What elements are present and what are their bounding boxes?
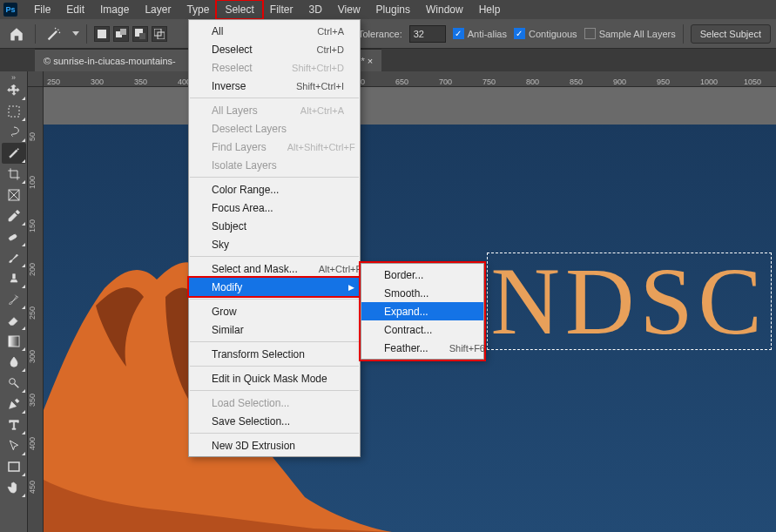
menu-item-shortcut: Alt+Ctrl+A [300,105,344,116]
hand-tool-icon[interactable] [2,477,26,498]
tool-preset-chevron-icon[interactable] [72,31,79,37]
marquee-tool-icon[interactable] [2,101,26,122]
path-select-tool-icon[interactable] [2,435,26,456]
pen-tool-icon[interactable] [2,394,26,414]
selection-mode-group [94,26,167,42]
select-menu-item-subject[interactable]: Subject [189,217,360,235]
menu-item-label: Contract... [384,324,432,336]
eyedropper-tool-icon[interactable] [2,205,26,226]
ruler-horizontal[interactable]: 2503003504004505005506006507007508008509… [44,71,776,87]
submenu-arrow-icon: ▶ [348,283,354,292]
menu-help[interactable]: Help [471,1,509,18]
eraser-tool-icon[interactable] [2,310,26,331]
select-menu-item-modify[interactable]: Modify▶ [189,278,360,296]
menu-item-label: Find Layers [212,141,267,153]
select-menu-item-focus-area[interactable]: Focus Area... [189,199,360,217]
menu-item-label: Smooth... [384,287,428,300]
select-subject-button[interactable]: Select Subject [691,24,771,44]
svg-point-1 [59,31,61,33]
menu-view[interactable]: View [330,1,368,18]
menu-plugins[interactable]: Plugins [368,1,418,18]
menu-type[interactable]: Type [179,1,217,18]
select-menu-item-reselect: ReselectShift+Ctrl+D [189,58,360,77]
menu-layer[interactable]: Layer [137,1,179,18]
select-menu-item-inverse[interactable]: InverseShift+Ctrl+I [189,77,360,95]
select-menu-item-isolate-layers: Isolate Layers [189,156,360,174]
menu-item-label: Load Selection... [212,397,289,409]
menu-3d[interactable]: 3D [300,1,329,18]
dodge-tool-icon[interactable] [2,373,26,394]
select-menu-item-sky[interactable]: Sky [189,235,360,253]
select-menu-item-transform-selection[interactable]: Transform Selection [189,345,360,363]
menu-item-label: Sky [212,239,229,251]
select-menu-item-edit-in-quick-mask-mode[interactable]: Edit in Quick Mask Mode [189,369,360,387]
menu-item-label: Subject [212,220,246,232]
antialias-label: Anti-alias [468,29,507,39]
lasso-tool-icon[interactable] [2,122,26,143]
modify-menu-item-smooth[interactable]: Smooth... [361,284,483,302]
svg-rect-19 [9,462,19,471]
wand-icon[interactable] [43,23,65,45]
clone-stamp-tool-icon[interactable] [2,268,26,289]
selection-new-icon[interactable] [94,26,110,42]
tool-palette: » [0,71,28,532]
brush-tool-icon[interactable] [2,247,26,268]
select-menu-item-new-3d-extrusion[interactable]: New 3D Extrusion [189,436,360,455]
menu-item-label: Similar [212,324,244,336]
menu-item-shortcut: Ctrl+D [317,44,344,55]
menu-item-label: All Layers [212,104,258,117]
svg-point-17 [9,379,15,385]
home-icon[interactable] [5,23,28,45]
menu-item-label: Transform Selection [212,348,305,360]
select-menu-item-grow[interactable]: Grow [189,302,360,320]
tolerance-input[interactable] [409,25,446,43]
menu-item-label: Deselect Layers [212,123,287,135]
blur-tool-icon[interactable] [2,352,26,373]
magic-wand-tool-icon[interactable] [2,143,26,164]
healing-brush-tool-icon[interactable] [2,226,26,247]
modify-menu-item-contract[interactable]: Contract... [361,320,483,339]
ruler-corner [28,71,44,87]
select-menu-dropdown: AllCtrl+ADeselectCtrl+DReselectShift+Ctr… [188,19,361,457]
history-brush-tool-icon[interactable] [2,289,26,310]
selection-intersect-icon[interactable] [152,26,167,42]
sample-all-label: Sample All Layers [599,29,676,39]
modify-menu-item-expand[interactable]: Expand... [361,302,483,320]
select-menu-item-save-selection[interactable]: Save Selection... [189,412,360,430]
menu-edit[interactable]: Edit [58,1,92,18]
move-tool-icon[interactable] [2,80,26,101]
select-menu-item-all[interactable]: AllCtrl+A [189,22,360,40]
select-menu-item-similar[interactable]: Similar [189,320,360,339]
menu-item-shortcut: Alt+Ctrl+R [319,264,363,274]
text-tool-icon[interactable] [2,414,26,435]
menu-item-label: Deselect [212,44,253,56]
menu-file[interactable]: File [26,1,58,18]
select-menu-item-deselect-layers: Deselect Layers [189,119,360,138]
menu-filter[interactable]: Filter [262,1,301,18]
rectangle-tool-icon[interactable] [2,456,26,477]
menu-item-label: Expand... [384,306,428,318]
modify-menu-item-border[interactable]: Border... [361,266,483,284]
sample-all-checkbox[interactable]: Sample All Layers [584,28,676,39]
antialias-checkbox[interactable]: ✓Anti-alias [453,28,507,39]
menu-item-label: New 3D Extrusion [212,440,295,452]
menu-window[interactable]: Window [418,1,471,18]
crop-tool-icon[interactable] [2,164,26,185]
menu-select[interactable]: Select [217,1,261,18]
menu-item-label: Inverse [212,80,246,92]
modify-menu-item-feather[interactable]: Feather...Shift+F6 [361,339,483,357]
select-menu-item-deselect[interactable]: DeselectCtrl+D [189,40,360,58]
menu-item-label: Color Range... [212,184,279,196]
menu-item-shortcut: Alt+Shift+Ctrl+F [287,142,355,152]
ruler-vertical[interactable]: 50100150200250300350400450 [28,87,44,532]
select-menu-item-color-range[interactable]: Color Range... [189,180,360,199]
gradient-tool-icon[interactable] [2,331,26,352]
selection-add-icon[interactable] [113,26,129,42]
menu-item-shortcut: Shift+Ctrl+D [292,63,344,73]
select-menu-item-select-and-mask[interactable]: Select and Mask...Alt+Ctrl+R [189,259,360,278]
frame-tool-icon[interactable] [2,185,26,205]
app-logo: Ps [3,3,17,17]
menu-image[interactable]: Image [92,1,137,18]
selection-subtract-icon[interactable] [132,26,148,42]
contiguous-checkbox[interactable]: ✓Contiguous [514,28,577,39]
